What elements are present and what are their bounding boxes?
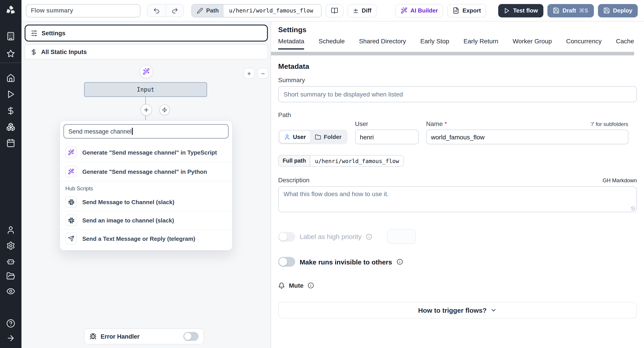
ai-flow-wand-button[interactable] — [140, 65, 153, 78]
tab-metadata[interactable]: Metadata — [278, 37, 304, 50]
hub-item-telegram-message[interactable]: Send a Text Message or Reply (telegram) — [60, 229, 232, 247]
path-badge: Path u/henri/world_famous_flow — [192, 4, 322, 17]
generate-typescript-item[interactable]: Generate "Send message channel" in TypeS… — [60, 143, 232, 162]
favorites-star-icon[interactable] — [6, 49, 15, 58]
sidebar — [0, 0, 22, 348]
mute-label: Mute — [289, 282, 304, 289]
info-icon[interactable] — [308, 282, 314, 289]
zoom-out-button[interactable]: − — [258, 68, 268, 79]
home-icon[interactable] — [6, 74, 15, 83]
sliders-icon — [31, 30, 38, 36]
generate-python-item[interactable]: Generate "Send message channel" in Pytho… — [60, 162, 232, 181]
path-section-label: Path — [278, 111, 637, 118]
priority-value-box — [388, 229, 416, 244]
docs-book-button[interactable] — [326, 4, 344, 17]
summary-label: Summary — [278, 76, 637, 84]
schedules-calendar-icon[interactable] — [6, 139, 15, 148]
test-flow-button[interactable]: Test flow — [498, 4, 544, 17]
error-handler-toggle[interactable] — [183, 332, 198, 341]
description-label: Description — [278, 176, 310, 183]
flow-summary-input[interactable] — [26, 4, 140, 17]
workspace-building-icon[interactable] — [6, 32, 15, 41]
tab-shared-directory[interactable]: Shared Directory — [359, 37, 406, 50]
book-open-icon — [331, 7, 338, 14]
name-field[interactable] — [426, 130, 628, 144]
flow-settings-node[interactable]: Settings — [24, 24, 268, 41]
bell-icon — [278, 282, 285, 289]
invisible-runs-row: Make runs invisible to others — [278, 257, 637, 267]
tab-concurrency[interactable]: Concurrency — [566, 37, 602, 50]
resources-boxes-icon[interactable] — [6, 122, 15, 131]
workers-bot-icon[interactable] — [6, 257, 15, 266]
expand-sidebar-arrow-icon[interactable] — [6, 334, 15, 343]
wand-sparkles-icon — [65, 147, 77, 158]
file-code-icon — [452, 7, 459, 14]
hub-scripts-section-label: Hub Scripts — [60, 181, 232, 193]
user-field-label: User — [355, 120, 418, 127]
diff-button[interactable]: ± Diff — [348, 4, 377, 17]
markdown-hint: GH Markdown — [603, 177, 637, 183]
runs-play-icon[interactable] — [6, 90, 15, 99]
hub-item-slack-message[interactable]: Send Message to Channel (slack) — [60, 193, 232, 211]
mute-row: Mute — [278, 282, 637, 289]
tabs-scrollbar-thumb[interactable] — [271, 52, 634, 55]
high-priority-toggle[interactable] — [278, 232, 295, 241]
tab-schedule[interactable]: Schedule — [319, 37, 345, 50]
undo-button[interactable] — [148, 4, 166, 16]
audit-eye-icon[interactable] — [6, 287, 15, 296]
full-path-value: u/henri/world_famous_flow — [310, 156, 404, 166]
users-icon[interactable] — [6, 226, 15, 234]
trigger-zap-button[interactable] — [159, 105, 170, 115]
full-path-label: Full path — [278, 156, 310, 166]
search-results: Generate "Send message channel" in TypeS… — [60, 143, 232, 181]
topbar: Path u/henri/world_famous_flow ± Diff AI… — [22, 0, 644, 21]
owner-kind-user[interactable]: User — [280, 131, 310, 143]
tab-cache[interactable]: Cache — [616, 37, 634, 50]
path-label: Path — [206, 7, 219, 14]
tab-worker-group[interactable]: Worker Group — [512, 37, 552, 50]
draft-button[interactable]: Draft ⌘S — [547, 4, 594, 17]
step-search-input[interactable]: Send message channel — [64, 124, 228, 139]
add-step-button[interactable] — [140, 104, 152, 116]
summary-input[interactable] — [278, 86, 637, 102]
input-node[interactable]: Input — [84, 82, 207, 97]
windmill-logo-icon[interactable] — [5, 4, 16, 16]
variables-dollar-icon[interactable] — [6, 106, 15, 115]
wand-sparkles-icon — [65, 166, 77, 177]
required-marker: * — [444, 120, 447, 127]
owner-kind-folder[interactable]: Folder — [310, 131, 346, 143]
how-to-trigger-button[interactable]: How to trigger flows? — [278, 302, 637, 319]
owner-kind-toggle: User Folder — [278, 130, 347, 144]
invisible-runs-toggle[interactable] — [278, 257, 295, 267]
user-field[interactable] — [355, 130, 418, 144]
all-static-inputs-node[interactable]: All Static Inputs — [24, 44, 268, 59]
hub-results: Send Message to Channel (slack) Send an … — [60, 193, 232, 247]
ai-builder-button[interactable]: AI Builder — [395, 4, 444, 17]
slack-icon — [65, 196, 77, 208]
folders-icon[interactable] — [6, 272, 15, 281]
metadata-heading: Metadata — [278, 63, 637, 71]
help-icon[interactable] — [6, 319, 15, 328]
edit-path-button[interactable]: Path — [192, 4, 224, 17]
deploy-button[interactable]: Deploy — [598, 4, 638, 17]
export-button[interactable]: Export — [447, 4, 486, 17]
settings-panel: Settings Metadata Schedule Shared Direct… — [271, 21, 644, 348]
tab-early-stop[interactable]: Early Stop — [420, 37, 449, 50]
pencil-icon — [197, 7, 203, 14]
dollar-icon — [30, 48, 37, 55]
redo-button[interactable] — [166, 4, 183, 16]
tab-early-return[interactable]: Early Return — [464, 37, 498, 50]
save-icon — [552, 7, 559, 14]
zoom-in-button[interactable]: + — [244, 68, 254, 79]
info-icon[interactable] — [396, 259, 403, 265]
description-textarea[interactable] — [278, 186, 637, 212]
path-value[interactable]: u/henri/world_famous_flow — [224, 4, 321, 17]
resize-handle[interactable] — [631, 206, 635, 210]
info-icon[interactable] — [366, 233, 372, 240]
high-priority-label: Label as high priority — [300, 233, 362, 240]
hub-item-slack-image[interactable]: Send an image to channel (slack) — [60, 211, 232, 229]
error-handler-node[interactable]: Error Handler — [84, 328, 204, 345]
settings-gear-icon[interactable] — [6, 241, 15, 250]
settings-panel-title: Settings — [278, 26, 637, 34]
sidebar-divider — [0, 63, 22, 63]
